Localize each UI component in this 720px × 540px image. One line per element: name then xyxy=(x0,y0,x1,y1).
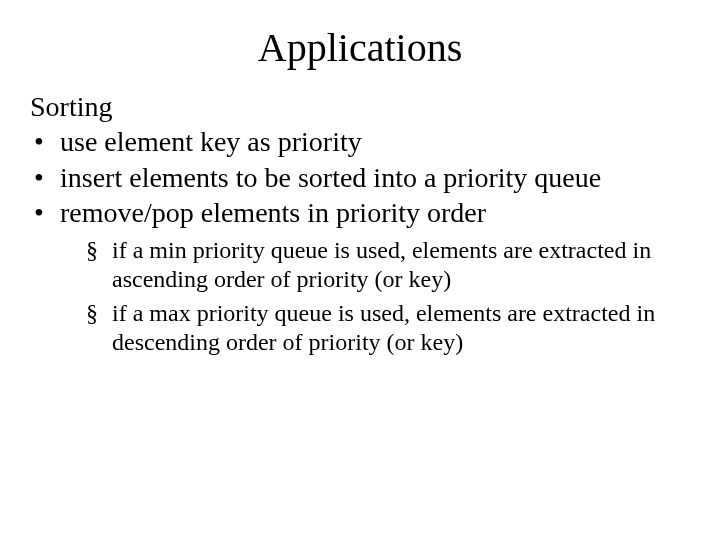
bullet-list: use element key as priority insert eleme… xyxy=(30,125,690,230)
section-heading: Sorting xyxy=(30,91,690,123)
sub-bullet-list: if a min priority queue is used, element… xyxy=(30,236,690,357)
slide-body: Sorting use element key as priority inse… xyxy=(0,91,720,357)
list-item: if a min priority queue is used, element… xyxy=(86,236,680,294)
list-item: remove/pop elements in priority order xyxy=(30,196,690,230)
list-item: insert elements to be sorted into a prio… xyxy=(30,161,690,195)
slide-title: Applications xyxy=(0,0,720,91)
list-item: use element key as priority xyxy=(30,125,690,159)
slide: Applications Sorting use element key as … xyxy=(0,0,720,540)
list-item: if a max priority queue is used, element… xyxy=(86,299,680,357)
